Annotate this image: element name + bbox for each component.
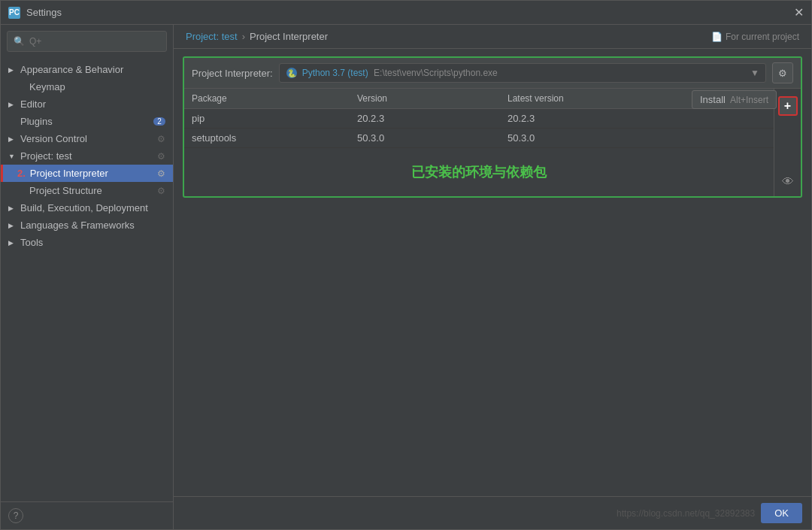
breadcrumb-parent[interactable]: Project: test <box>186 31 238 42</box>
arrow-icon: ▶ <box>8 66 17 74</box>
sidebar-bottom: ? <box>1 501 173 529</box>
content-spacer <box>174 205 811 496</box>
sidebar-item-tools[interactable]: ▶ Tools <box>1 234 173 251</box>
arrow-icon: ▶ <box>8 239 17 247</box>
add-package-button[interactable]: 2. + <box>778 96 798 116</box>
table-body: pip 20.2.3 20.2.3 setuptools 50.3.0 50.3… <box>184 109 774 148</box>
annotation-text: 已安装的环境与依赖包 <box>184 148 774 196</box>
eye-button[interactable]: 👁 <box>778 172 798 192</box>
sidebar-item-label: Plugins <box>20 116 150 127</box>
package-name: pip <box>192 113 357 124</box>
package-version: 20.2.3 <box>357 113 508 124</box>
arrow-icon: ▶ <box>8 135 17 143</box>
arrow-icon: ▼ <box>8 153 17 160</box>
breadcrumb-current: Project Interpreter <box>250 31 328 42</box>
package-name: setuptools <box>192 132 357 144</box>
sidebar-item-editor[interactable]: ▶ Editor <box>1 95 173 113</box>
settings-icon: ⚙ <box>157 168 165 179</box>
side-buttons: Install Alt+Insert 2. + 👁 <box>774 89 801 196</box>
breadcrumb: Project: test › Project Interpreter 📄 Fo… <box>174 25 811 49</box>
app-icon: PC <box>8 7 20 19</box>
sidebar-item-label: Tools <box>20 237 165 248</box>
sidebar-item-project-structure[interactable]: Project Structure ⚙ <box>1 182 173 199</box>
window-title: Settings <box>26 7 62 18</box>
step-number: 2. <box>17 168 26 179</box>
sidebar: 🔍 ▶ Appearance & Behavior Keymap ▶ Edito… <box>1 25 174 529</box>
breadcrumb-separator: › <box>242 31 245 42</box>
sidebar-item-project-interpreter[interactable]: 2. Project Interpreter ⚙ <box>1 165 173 182</box>
sidebar-item-label: Editor <box>20 98 165 110</box>
plugins-badge: 2 <box>153 117 165 126</box>
sidebar-nav: ▶ Appearance & Behavior Keymap ▶ Editor … <box>1 58 173 501</box>
python-icon: 🐍 <box>286 67 298 79</box>
table-area-wrapper: Package Version Latest version pip 20.2.… <box>184 89 801 196</box>
sidebar-item-appearance[interactable]: ▶ Appearance & Behavior <box>1 61 173 78</box>
package-latest: 20.2.3 <box>508 113 766 124</box>
sidebar-item-label: Keymap <box>29 81 165 92</box>
settings-icon: ⚙ <box>157 151 165 162</box>
install-tooltip: Install Alt+Insert <box>692 90 777 109</box>
settings-icon: ⚙ <box>157 134 165 144</box>
table-section: Package Version Latest version pip 20.2.… <box>184 89 774 196</box>
arrow-icon: ▶ <box>8 101 17 108</box>
table-row[interactable]: setuptools 50.3.0 50.3.0 <box>184 129 774 148</box>
chevron-down-icon: ▼ <box>750 68 759 78</box>
titlebar-left: PC Settings <box>8 7 62 19</box>
tooltip-install-label: Install <box>700 94 726 105</box>
sidebar-item-label: Languages & Frameworks <box>20 220 165 231</box>
sidebar-item-languages[interactable]: ▶ Languages & Frameworks <box>1 217 173 234</box>
breadcrumb-tab: 📄 For current project <box>711 32 799 42</box>
interpreter-panel: Project Interpreter: 🐍 Python 3.7 (test)… <box>183 56 802 198</box>
tab-text: For current project <box>726 32 799 42</box>
table-row[interactable]: pip 20.2.3 20.2.3 <box>184 109 774 129</box>
tab-icon: 📄 <box>711 32 723 42</box>
plus-icon: + <box>784 99 791 113</box>
sidebar-item-build[interactable]: ▶ Build, Execution, Deployment <box>1 199 173 217</box>
search-icon: 🔍 <box>14 36 25 47</box>
sidebar-item-version-control[interactable]: ▶ Version Control ⚙ <box>1 130 173 147</box>
table-header: Package Version Latest version <box>184 89 774 109</box>
arrow-icon: ▶ <box>8 204 17 212</box>
sidebar-item-label: Appearance & Behavior <box>20 64 165 75</box>
interpreter-value: Python 3.7 (test) E:\test\venv\Scripts\p… <box>302 68 746 78</box>
sidebar-item-plugins[interactable]: Plugins 2 <box>1 113 173 130</box>
package-latest: 50.3.0 <box>508 132 766 144</box>
sidebar-item-project-test[interactable]: ▼ Project: test ⚙ <box>1 147 173 165</box>
col-version-header: Version <box>357 93 508 104</box>
arrow-icon: ▶ <box>8 222 17 229</box>
package-version: 50.3.0 <box>357 132 508 144</box>
sidebar-item-keymap[interactable]: Keymap <box>1 78 173 95</box>
interpreter-header: Project Interpreter: 🐍 Python 3.7 (test)… <box>184 58 801 89</box>
col-package-header: Package <box>192 93 357 104</box>
ok-button[interactable]: OK <box>761 503 802 523</box>
help-button[interactable]: ? <box>8 508 23 523</box>
tooltip-shortcut: Alt+Insert <box>730 95 768 105</box>
watermark: https://blog.csdn.net/qq_32892383 <box>617 508 755 519</box>
python-path: E:\test\venv\Scripts\python.exe <box>374 68 498 78</box>
content-area: Project: test › Project Interpreter 📄 Fo… <box>174 25 811 529</box>
svg-text:🐍: 🐍 <box>287 68 297 78</box>
search-box[interactable]: 🔍 <box>7 31 167 52</box>
search-input[interactable] <box>29 36 160 47</box>
python-label: Python 3.7 (test) <box>302 68 368 78</box>
gear-button[interactable]: ⚙ <box>772 62 793 83</box>
bottom-bar: https://blog.csdn.net/qq_32892383 OK <box>174 496 811 529</box>
close-button[interactable]: ✕ <box>794 7 804 19</box>
sidebar-item-label: Project Interpreter <box>30 168 154 179</box>
titlebar: PC Settings ✕ <box>1 1 811 25</box>
sidebar-item-label: Version Control <box>20 133 154 144</box>
interpreter-label: Project Interpreter: <box>192 68 273 79</box>
settings-window: PC Settings ✕ 🔍 ▶ Appearance & Behavior <box>0 0 812 530</box>
settings-icon: ⚙ <box>157 186 165 196</box>
interpreter-dropdown[interactable]: 🐍 Python 3.7 (test) E:\test\venv\Scripts… <box>279 63 766 83</box>
main-layout: 🔍 ▶ Appearance & Behavior Keymap ▶ Edito… <box>1 25 811 529</box>
sidebar-item-label: Build, Execution, Deployment <box>20 202 165 214</box>
sidebar-item-label: Project Structure <box>29 185 154 196</box>
sidebar-item-label: Project: test <box>20 150 154 162</box>
